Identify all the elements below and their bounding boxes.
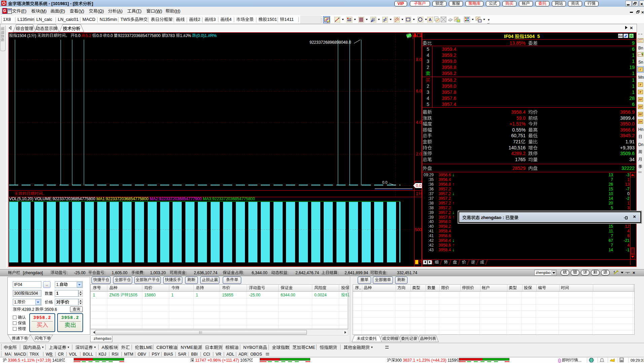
svg-text:A: A [429,17,432,22]
